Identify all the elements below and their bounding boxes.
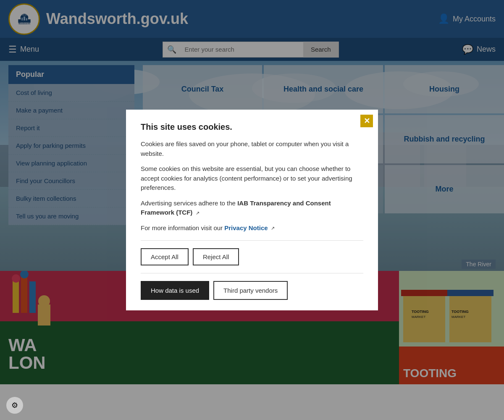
privacy-link[interactable]: Privacy Notice — [224, 224, 268, 231]
how-data-button[interactable]: How data is used — [141, 281, 209, 300]
cookie-modal: ✕ This site uses cookies. Cookies are fi… — [126, 110, 378, 310]
cookie-secondary-buttons: How data is used Third party vendors — [141, 281, 363, 300]
cookie-overlay: ✕ This site uses cookies. Cookies are fi… — [0, 0, 504, 384]
third-party-button[interactable]: Third party vendors — [213, 281, 288, 300]
cookie-divider-2 — [141, 273, 363, 273]
cookie-primary-buttons: Accept All Reject All — [141, 248, 363, 265]
cookie-close-button[interactable]: ✕ — [360, 115, 373, 127]
reject-all-button[interactable]: Reject All — [193, 248, 239, 265]
privacy-prefix: For more information visit our — [141, 224, 224, 231]
cookie-para1: Cookies are files saved on your phone, t… — [141, 139, 363, 158]
external-link-icon-2: ↗ — [271, 225, 275, 232]
cookie-divider-1 — [141, 240, 363, 241]
iab-prefix: Advertising services adhere to the — [141, 200, 237, 207]
cookie-title: This site uses cookies. — [141, 122, 363, 132]
external-link-icon: ↗ — [196, 210, 200, 217]
accept-all-button[interactable]: Accept All — [141, 248, 189, 265]
cookie-privacy-text: For more information visit our Privacy N… — [141, 223, 363, 233]
cookie-iab-text: Advertising services adhere to the IAB T… — [141, 199, 363, 218]
cookie-para2: Some cookies on this website are essenti… — [141, 164, 363, 193]
